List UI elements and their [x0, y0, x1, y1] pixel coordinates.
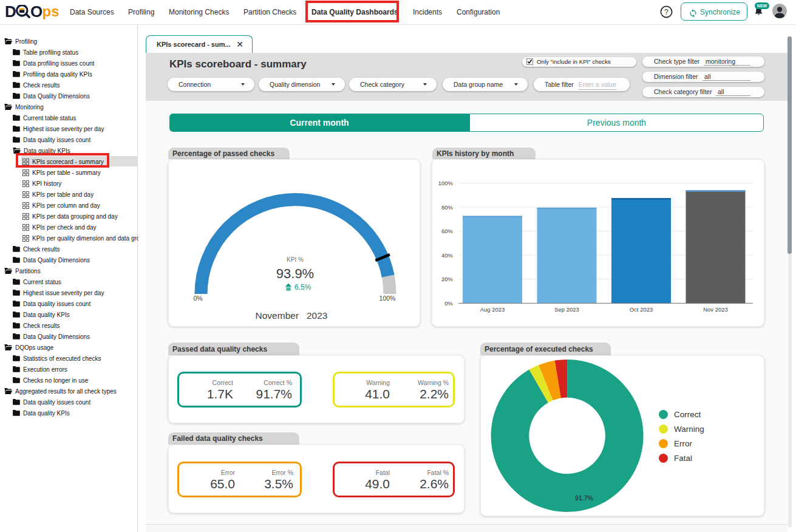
- svg-text:80%: 80%: [441, 204, 454, 211]
- svg-text:Oct 2023: Oct 2023: [630, 306, 653, 313]
- svg-text:60%: 60%: [441, 228, 454, 234]
- svg-text:KPI %: KPI %: [287, 256, 304, 263]
- svg-text:O: O: [30, 5, 43, 21]
- svg-text:20%: 20%: [441, 276, 454, 282]
- svg-text:91.7%: 91.7%: [575, 494, 593, 502]
- svg-text:100%: 100%: [379, 295, 396, 302]
- svg-text:ps: ps: [43, 5, 60, 19]
- svg-text:6.5%: 6.5%: [294, 283, 311, 292]
- svg-text:D: D: [5, 5, 16, 21]
- svg-text:0%: 0%: [444, 300, 453, 307]
- svg-text:Nov 2023: Nov 2023: [703, 306, 728, 313]
- svg-text:40%: 40%: [441, 252, 454, 259]
- svg-text:?: ?: [664, 8, 668, 16]
- svg-text:Sep 2023: Sep 2023: [554, 306, 579, 313]
- svg-text:100%: 100%: [438, 180, 454, 186]
- svg-text:0%: 0%: [193, 295, 202, 302]
- svg-text:Aug 2023: Aug 2023: [480, 306, 505, 313]
- svg-text:93.9%: 93.9%: [276, 266, 314, 281]
- svg-text:November 2023: November 2023: [256, 310, 328, 321]
